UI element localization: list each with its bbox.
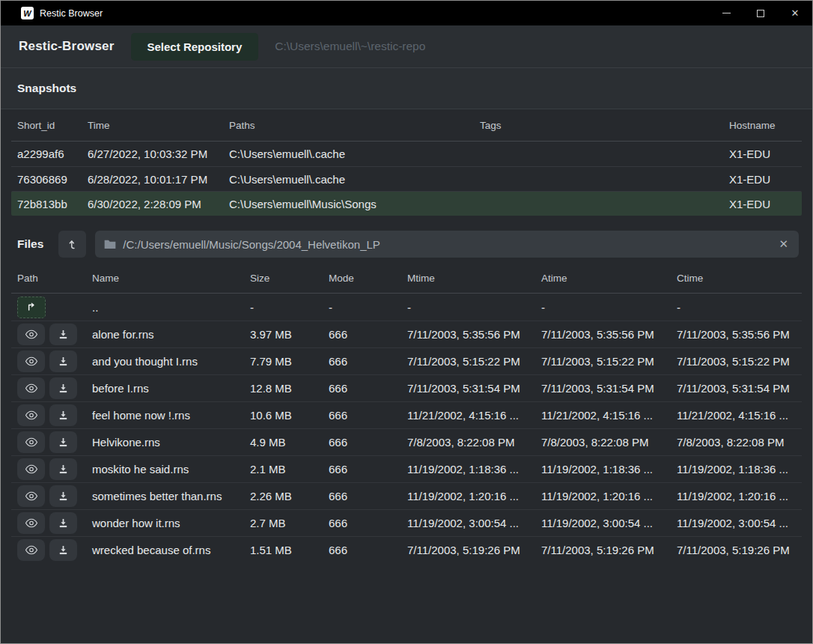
minimize-icon xyxy=(722,13,731,13)
column-paths: Paths xyxy=(229,120,480,131)
preview-button[interactable] xyxy=(17,350,45,372)
file-row[interactable]: feel home now !.rns 10.6 MB 666 11/21/20… xyxy=(11,401,802,428)
file-row[interactable]: before I.rns 12.8 MB 666 7/11/2003, 5:31… xyxy=(11,374,802,401)
files-table-header: Path Name Size Mode Mtime Atime Ctime xyxy=(11,264,802,294)
snapshot-paths: C:\Users\emuell\.cache xyxy=(229,148,480,160)
eye-icon xyxy=(25,383,38,394)
files-path-value: /C:/Users/emuell/Music/Songs/2004_Helvet… xyxy=(123,238,770,251)
eye-icon xyxy=(25,544,38,556)
eye-icon xyxy=(25,437,38,448)
column-path: Path xyxy=(17,273,92,284)
file-atime: 7/11/2003, 5:19:26 PM xyxy=(541,544,677,556)
snapshot-row[interactable]: 72b813bb 6/30/2022, 2:28:09 PM C:\Users\… xyxy=(11,191,802,216)
eye-icon xyxy=(25,410,38,421)
download-button[interactable] xyxy=(49,485,77,507)
file-mtime: 11/19/2002, 1:18:36 ... xyxy=(407,463,541,476)
column-atime: Atime xyxy=(541,273,677,284)
download-button[interactable] xyxy=(49,431,77,453)
file-row[interactable]: sometimes better than.rns 2.26 MB 666 11… xyxy=(11,482,802,509)
app-title: Restic-Browser xyxy=(19,39,115,54)
preview-button[interactable] xyxy=(17,512,45,534)
snapshot-row[interactable]: 76306869 6/28/2022, 10:01:17 PM C:\Users… xyxy=(11,166,802,191)
minimize-button[interactable] xyxy=(709,1,743,25)
parent-ctime: - xyxy=(677,301,796,314)
file-atime: 11/21/2002, 4:15:16 ... xyxy=(541,409,677,422)
file-mode: 666 xyxy=(329,544,407,556)
file-mode: 666 xyxy=(329,328,407,341)
parent-mode: - xyxy=(329,301,407,314)
file-ctime: 7/11/2003, 5:31:54 PM xyxy=(677,382,796,395)
section-divider xyxy=(1,216,812,225)
select-repository-button[interactable]: Select Repository xyxy=(131,33,259,61)
close-button[interactable]: ✕ xyxy=(778,1,812,25)
dump-up-button[interactable] xyxy=(58,231,86,258)
snapshot-row[interactable]: a2299af6 6/27/2022, 10:03:32 PM C:\Users… xyxy=(11,142,802,166)
file-atime: 7/11/2003, 5:15:22 PM xyxy=(541,355,677,368)
file-name: before I.rns xyxy=(92,382,250,395)
snapshot-time: 6/27/2022, 10:03:32 PM xyxy=(88,148,229,160)
file-row[interactable]: alone for.rns 3.97 MB 666 7/11/2003, 5:3… xyxy=(11,321,802,347)
snapshot-paths: C:\Users\emuell\Music\Songs xyxy=(229,198,480,210)
download-button[interactable] xyxy=(49,512,77,534)
repository-path-text: C:\Users\emuell\~\restic-repo xyxy=(275,40,425,53)
file-row[interactable]: wonder how it.rns 2.7 MB 666 11/19/2002,… xyxy=(11,509,802,536)
file-name: alone for.rns xyxy=(92,328,250,341)
snapshot-hostname: X1-EDU xyxy=(729,173,796,186)
file-atime: 11/19/2002, 1:18:36 ... xyxy=(541,463,677,476)
download-icon xyxy=(58,410,69,421)
preview-button[interactable] xyxy=(17,485,45,507)
file-size: 2.1 MB xyxy=(250,463,329,476)
snapshot-hostname: X1-EDU xyxy=(729,148,796,160)
preview-button[interactable] xyxy=(17,431,45,453)
files-title: Files xyxy=(17,237,43,251)
snapshot-short-id: 76306869 xyxy=(17,173,88,186)
window-title: Restic Browser xyxy=(40,8,103,19)
file-row[interactable]: and you thought I.rns 7.79 MB 666 7/11/2… xyxy=(11,347,802,374)
file-size: 7.79 MB xyxy=(250,355,329,368)
preview-button[interactable] xyxy=(17,458,45,480)
download-icon xyxy=(58,517,69,529)
download-button[interactable] xyxy=(49,377,77,399)
file-mtime: 11/21/2002, 4:15:16 ... xyxy=(407,409,541,422)
snapshot-time: 6/28/2022, 10:01:17 PM xyxy=(88,173,229,186)
snapshot-time: 6/30/2022, 2:28:09 PM xyxy=(88,198,229,210)
file-row[interactable]: Helvikone.rns 4.9 MB 666 7/8/2003, 8:22:… xyxy=(11,428,802,455)
preview-button[interactable] xyxy=(17,539,45,561)
go-up-button[interactable] xyxy=(17,297,46,318)
preview-button[interactable] xyxy=(17,323,45,345)
column-ctime: Ctime xyxy=(677,273,796,284)
parent-size: - xyxy=(250,301,329,314)
folder-icon xyxy=(104,239,116,249)
eye-icon xyxy=(25,329,38,340)
file-mode: 666 xyxy=(329,382,407,395)
preview-button[interactable] xyxy=(17,377,45,399)
parent-directory-row[interactable]: .. - - - - - xyxy=(11,294,802,321)
files-table: Path Name Size Mode Mtime Atime Ctime xyxy=(11,264,802,563)
download-button[interactable] xyxy=(49,323,77,345)
download-icon xyxy=(58,490,69,502)
download-icon xyxy=(58,356,69,367)
snapshot-paths: C:\Users\emuell\.cache xyxy=(229,173,480,186)
download-button[interactable] xyxy=(49,404,77,426)
download-button[interactable] xyxy=(49,350,77,372)
download-button[interactable] xyxy=(49,458,77,480)
file-mtime: 11/19/2002, 1:20:16 ... xyxy=(407,490,541,502)
download-button[interactable] xyxy=(49,539,77,561)
download-icon xyxy=(58,437,69,448)
preview-button[interactable] xyxy=(17,404,45,426)
column-mode: Mode xyxy=(329,273,407,284)
eye-icon xyxy=(25,464,38,475)
file-size: 10.6 MB xyxy=(250,409,329,422)
snapshots-section-header: Snapshots xyxy=(1,68,812,109)
files-path-input[interactable]: /C:/Users/emuell/Music/Songs/2004_Helvet… xyxy=(95,231,799,258)
clear-path-icon[interactable]: ✕ xyxy=(777,237,790,251)
file-mtime: 11/19/2002, 3:00:54 ... xyxy=(407,517,541,529)
maximize-button[interactable] xyxy=(743,1,778,25)
snapshot-short-id: 72b813bb xyxy=(17,198,88,210)
file-row[interactable]: moskito he said.rns 2.1 MB 666 11/19/200… xyxy=(11,455,802,482)
file-ctime: 11/19/2002, 1:20:16 ... xyxy=(677,490,796,502)
file-row[interactable]: wrecked because of.rns 1.51 MB 666 7/11/… xyxy=(11,536,802,563)
column-short-id: Short_id xyxy=(17,120,88,131)
download-icon xyxy=(58,329,69,340)
eye-icon xyxy=(25,356,38,367)
